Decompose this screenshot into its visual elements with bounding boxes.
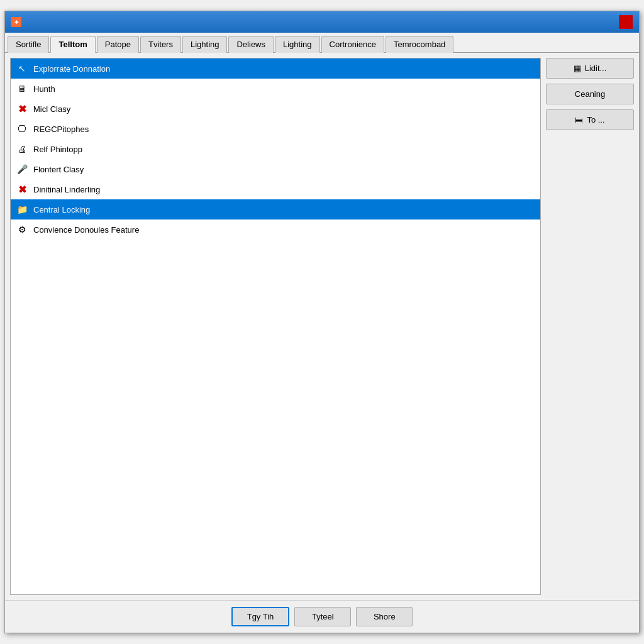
- mic-icon: 🎤: [16, 163, 28, 175]
- list-item-4[interactable]: 🖨Relf Phintopp: [11, 139, 540, 159]
- side-button-label-1: Ceaning: [575, 89, 605, 99]
- list-item-label-0: Explorrate Donnation: [33, 64, 110, 74]
- list-item-5[interactable]: 🎤Flontert Clasy: [11, 159, 540, 179]
- bottom-button-1[interactable]: Tyteel: [294, 607, 351, 626]
- bottom-button-0[interactable]: Tgy Tih: [231, 607, 290, 626]
- list-item-2[interactable]: ✖Micl Clasy: [11, 99, 540, 119]
- list-item-7[interactable]: 📁Central Locking: [11, 199, 540, 219]
- list-item-3[interactable]: 🖵REGCPitophes: [11, 119, 540, 139]
- title-bar-left: ✦: [11, 17, 25, 27]
- tab-deliews-5[interactable]: Deliews: [228, 36, 274, 53]
- app-icon: ✦: [11, 17, 21, 27]
- side-button-label-0: Lidit...: [585, 64, 607, 73]
- side-button-0[interactable]: ▦Lidit...: [546, 58, 634, 79]
- tab-bar: SortifleTelltomPatopeTvitersLightingDeli…: [5, 33, 639, 53]
- printer-icon: 🖨: [16, 143, 28, 155]
- side-button-label-2: To ...: [587, 115, 604, 125]
- tab-sortifle-0[interactable]: Sortifle: [8, 36, 49, 53]
- cog-icon: ⚙: [16, 223, 28, 236]
- list-item-8[interactable]: ⚙Convience Donoules Feature: [11, 219, 540, 240]
- list-item-1[interactable]: 🖥Hunth: [11, 79, 540, 99]
- list-item-0[interactable]: ↖Explorrate Donnation: [11, 58, 540, 79]
- tab-telltom-1[interactable]: Telltom: [50, 36, 95, 53]
- list-item-label-6: Dinitinal Linderling: [33, 185, 100, 194]
- bottom-button-2[interactable]: Shore: [356, 607, 413, 626]
- list-item-label-8: Convience Donoules Feature: [33, 225, 139, 235]
- close-button[interactable]: [619, 15, 633, 29]
- cursor-icon: ↖: [16, 62, 28, 75]
- list-item-label-5: Flontert Clasy: [33, 165, 84, 174]
- side-panel: ▦Lidit...Ceaning🛏To ...: [546, 58, 634, 595]
- grid-icon: ▦: [574, 64, 581, 73]
- error-icon: ✖: [16, 183, 28, 196]
- main-window: ✦ SortifleTelltomPatopeTvitersLightingDe…: [4, 11, 640, 633]
- monitor-icon: 🖥: [16, 82, 28, 95]
- display-icon: 🖵: [16, 123, 28, 135]
- side-button-2[interactable]: 🛏To ...: [546, 109, 634, 130]
- list-item-label-2: Micl Clasy: [33, 104, 70, 114]
- title-bar: ✦: [5, 11, 639, 33]
- tab-lighting-4[interactable]: Lighting: [182, 36, 228, 53]
- bottom-bar: Tgy TihTyteelShore: [5, 600, 639, 633]
- tab-lighting-6[interactable]: Lighting: [275, 36, 320, 53]
- error-icon: ✖: [16, 103, 28, 115]
- side-button-1[interactable]: Ceaning: [546, 84, 634, 104]
- list-item-label-1: Hunth: [33, 84, 55, 94]
- tab-temrocombad-8[interactable]: Temrocombad: [386, 36, 453, 53]
- list-item-6[interactable]: ✖Dinitinal Linderling: [11, 179, 540, 199]
- list-item-label-4: Relf Phintopp: [33, 145, 82, 154]
- tab-cortronience-7[interactable]: Cortronience: [321, 36, 384, 53]
- tab-tviters-3[interactable]: Tviters: [140, 36, 181, 53]
- content-area: ↖Explorrate Donnation🖥Hunth✖Micl Clasy🖵R…: [5, 53, 639, 600]
- list-item-label-3: REGCPitophes: [33, 125, 89, 134]
- bed-icon: 🛏: [575, 115, 583, 125]
- folder-icon: 📁: [16, 203, 28, 216]
- list-panel: ↖Explorrate Donnation🖥Hunth✖Micl Clasy🖵R…: [10, 58, 541, 595]
- tab-patope-2[interactable]: Patope: [97, 36, 139, 53]
- list-item-label-7: Central Locking: [33, 205, 90, 214]
